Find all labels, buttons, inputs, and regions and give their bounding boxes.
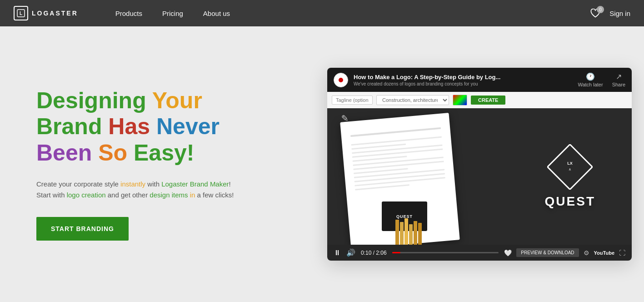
subtitle-logaster-link[interactable]: Logaster Brand Maker xyxy=(161,180,229,188)
wishlist-button[interactable]: 0 xyxy=(590,9,600,18)
nav-right: 0 Sign in xyxy=(590,9,630,18)
video-main: ✏ xyxy=(327,108,632,245)
pause-icon: ⏸ xyxy=(334,249,341,257)
settings-icon[interactable]: ⚙ xyxy=(584,249,589,257)
hero-section: Designing Your Brand Has Never Been So E… xyxy=(0,26,644,302)
title-word-been: Been xyxy=(36,140,98,166)
progress-bar[interactable] xyxy=(392,252,499,253)
like-icon[interactable]: 🤍 xyxy=(504,249,512,257)
nav-pricing[interactable]: Pricing xyxy=(152,0,193,26)
pencil-4 xyxy=(409,224,413,245)
video-container: How to Make a Logo: A Step-by-Step Guide… xyxy=(327,68,632,261)
svg-rect-4 xyxy=(548,145,593,190)
volume-button[interactable]: 🔊 xyxy=(346,248,355,257)
title-word-your: Your xyxy=(152,88,202,113)
pencils-group xyxy=(395,217,432,245)
nav-products[interactable]: Products xyxy=(105,0,152,26)
pause-button[interactable]: ⏸ xyxy=(334,249,341,257)
controls-right: 🤍 PREVIEW & DOWNLOAD ⚙ YouTube ⛶ xyxy=(504,248,625,257)
create-button[interactable]: CREATE xyxy=(471,96,505,105)
subtitle-in: in xyxy=(190,191,195,199)
svg-point-3 xyxy=(339,78,343,82)
title-word-never: Never xyxy=(156,114,220,139)
watch-later-button[interactable]: 🕐 Watch later xyxy=(578,72,603,87)
subtitle-design-link[interactable]: design items xyxy=(150,191,188,199)
wishlist-count: 0 xyxy=(597,6,604,13)
share-button[interactable]: ↗ Share xyxy=(612,72,625,87)
pencil-5 xyxy=(414,221,417,245)
video-title: How to Make a Logo: A Step-by-Step Guide… xyxy=(354,74,572,81)
fullscreen-icon[interactable]: ⛶ xyxy=(619,249,625,257)
brand-logo-display: LX ∧ QUEST xyxy=(545,144,595,209)
hero-right: How to Make a Logo: A Step-by-Step Guide… xyxy=(327,68,632,261)
start-branding-button[interactable]: START BRANDING xyxy=(36,217,129,241)
subtitle-logo-link[interactable]: logo creation xyxy=(67,191,106,199)
title-word-brand: Brand xyxy=(36,114,108,139)
diamond-svg: LX ∧ xyxy=(547,144,593,190)
youtube-label: YouTube xyxy=(594,250,614,256)
hero-title: Designing Your Brand Has Never Been So E… xyxy=(36,88,300,166)
pencil-2 xyxy=(400,222,404,245)
signin-link[interactable]: Sign in xyxy=(609,10,630,17)
pencil-6 xyxy=(418,223,422,245)
title-word-so: So xyxy=(98,140,134,166)
tagline-input[interactable] xyxy=(332,96,373,105)
nav-links: Products Pricing About us xyxy=(105,0,240,26)
video-topbar: How to Make a Logo: A Step-by-Step Guide… xyxy=(327,68,632,92)
industry-select[interactable]: Construction, architecture, ... xyxy=(376,95,449,105)
share-icon: ↗ xyxy=(616,72,622,81)
color-picker[interactable] xyxy=(453,95,467,106)
subtitle-instantly: instantly xyxy=(120,180,145,188)
svg-text:LX: LX xyxy=(568,161,573,166)
clock-icon: 🕐 xyxy=(586,72,595,81)
video-toolbar: Construction, architecture, ... CREATE xyxy=(327,92,632,108)
svg-text:∧: ∧ xyxy=(569,167,571,171)
logo-link[interactable]: L LOGASTER xyxy=(14,6,78,20)
video-controls: ⏸ 🔊 0:10 / 2:06 🤍 PREVIEW & DOWNLOAD ⚙ Y… xyxy=(327,245,632,261)
title-word-designing: Designing xyxy=(36,88,152,113)
brand-name-text: QUEST xyxy=(545,194,595,209)
title-word-has: Has xyxy=(108,114,156,139)
paper-lines xyxy=(351,136,446,191)
navbar: L LOGASTER Products Pricing About us 0 S… xyxy=(0,0,644,26)
diamond-container: LX ∧ xyxy=(547,144,593,190)
hero-subtitle: Create your corporate style instantly wi… xyxy=(36,179,245,201)
video-actions: 🕐 Watch later ↗ Share xyxy=(578,72,625,87)
volume-icon: 🔊 xyxy=(346,248,355,257)
watch-later-label: Watch later xyxy=(578,82,603,87)
logo-text: LOGASTER xyxy=(32,10,78,17)
video-channel-logo xyxy=(334,73,348,87)
share-label: Share xyxy=(612,82,625,87)
title-word-easy: Easy! xyxy=(134,140,194,166)
logo-icon: L xyxy=(14,6,28,20)
progress-fill xyxy=(392,252,401,253)
svg-text:L: L xyxy=(20,11,22,16)
nav-about[interactable]: About us xyxy=(193,0,240,26)
pencil-3 xyxy=(404,218,408,245)
hero-left: Designing Your Brand Has Never Been So E… xyxy=(36,88,300,241)
pencil-1 xyxy=(395,220,399,245)
video-title-area: How to Make a Logo: A Step-by-Step Guide… xyxy=(354,74,572,86)
video-channel-subtitle: We've created dozens of logos and brandi… xyxy=(354,81,572,86)
preview-download-button[interactable]: PREVIEW & DOWNLOAD xyxy=(516,248,579,257)
video-time: 0:10 / 2:06 xyxy=(361,250,387,256)
